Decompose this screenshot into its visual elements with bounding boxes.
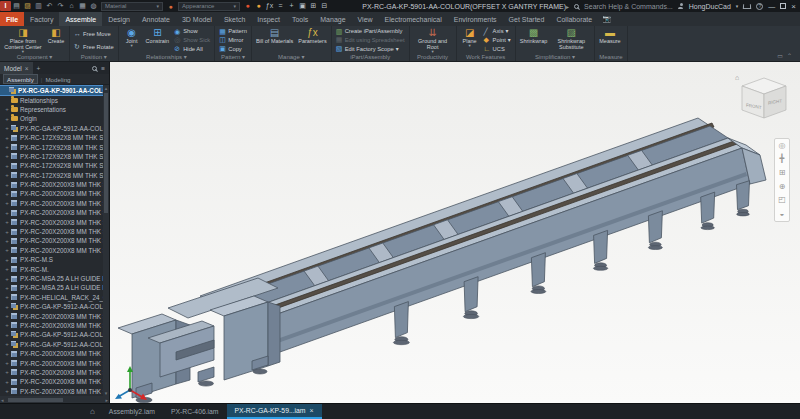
- print-icon[interactable]: ▦: [77, 1, 88, 11]
- tree-node[interactable]: +Origin: [0, 114, 103, 123]
- tree-node[interactable]: +PX-RC-MSA 25 A LH GUIDE FOR G: [0, 283, 103, 292]
- screen-icon[interactable]: ⊟: [319, 1, 330, 11]
- tree-node[interactable]: +PX-RC-GA-KP-5912-AA-COLOURE: [0, 124, 103, 133]
- scroll-right-icon[interactable]: ▸: [104, 397, 109, 403]
- layers-icon[interactable]: ▣: [297, 1, 308, 11]
- tree-node[interactable]: +PX-RC-200X200X8 MM THK SQ PIP: [0, 227, 103, 236]
- tree-hscroll-thumb[interactable]: [8, 398, 63, 402]
- ribbon-tab-design[interactable]: Design: [102, 12, 136, 26]
- ribbon-group-label[interactable]: iPart/Assembly: [333, 53, 408, 61]
- user-name[interactable]: HongDucCad: [689, 3, 731, 10]
- view-cube[interactable]: ⌂ FRONT RIGHT: [732, 70, 794, 132]
- create-button[interactable]: ◧Create: [45, 27, 67, 53]
- point-button[interactable]: ◆Point▾: [484, 36, 511, 45]
- tree-vertical-scrollbar[interactable]: ▴ ▾: [103, 85, 109, 396]
- tree-node[interactable]: +PX-RC-GA-KP-5912-AA-COLOURE: [0, 330, 103, 339]
- browser-menu-icon[interactable]: ≡: [101, 65, 105, 72]
- store-cart-icon[interactable]: [743, 4, 751, 9]
- ribbon-tab-sketch[interactable]: Sketch: [218, 12, 251, 26]
- ribbon-tab-manage[interactable]: Manage: [314, 12, 351, 26]
- shrinkwrap-button[interactable]: ▩Shrinkwrap: [518, 27, 550, 53]
- home-icon[interactable]: ⌂: [66, 1, 77, 11]
- ribbon-panel-icon[interactable]: ▭: [777, 52, 783, 59]
- ribbon-group-label[interactable]: Measure: [596, 53, 625, 61]
- tree-node[interactable]: +PX-RC-MSA 25 A LH GUIDE FOR G: [0, 274, 103, 283]
- tree-node[interactable]: +PX-RC-172X92X8 MM THK SQ PIPE: [0, 142, 103, 151]
- tree-node[interactable]: +PX-RC-172X92X8 MM THK SQ PIPE: [0, 161, 103, 170]
- tree-node[interactable]: +PX-RC-GA-KP-5912-AA-COLOURE: [0, 340, 103, 349]
- ucs-button[interactable]: ∟UCS: [484, 44, 511, 53]
- help-button[interactable]: ?: [756, 3, 763, 10]
- tree-node[interactable]: +PX-RC-M.: [0, 264, 103, 273]
- look-at-icon[interactable]: ◰: [778, 196, 786, 204]
- zoom-icon[interactable]: ⊞: [779, 169, 786, 177]
- ribbon-group-label[interactable]: Work Features: [458, 53, 514, 61]
- tree-node[interactable]: +PX-RC-200X200X8 MM THK SQ PIP: [0, 387, 103, 396]
- edit-factory-scope-button[interactable]: ▧Edit Factory Scope▾: [336, 44, 405, 53]
- close-button[interactable]: ×: [791, 2, 796, 11]
- full-navigation-wheel-icon[interactable]: ◎: [779, 142, 786, 150]
- material-dropdown[interactable]: Material ▾: [101, 2, 163, 11]
- shrinkwrap-substitute-button[interactable]: ▨Shrinkwrap Substitute: [550, 27, 592, 53]
- ribbon-tab-electromechanical[interactable]: Electromechanical: [379, 12, 448, 26]
- ribbon-group-label[interactable]: Manage ▾: [253, 53, 330, 61]
- tree-scroll-thumb[interactable]: [104, 93, 108, 213]
- joint-button[interactable]: ◉Joint▾: [121, 27, 143, 53]
- tree-node[interactable]: +PX-RC-HELICAL_RACK_24_GLORL: [0, 293, 103, 302]
- model-3d-viewport[interactable]: ⌂ FRONT RIGHT ◎╋⊞⊕◰◒: [110, 62, 800, 403]
- tree-node[interactable]: +PX-RC-200X200X8 MM THK SQ PIP: [0, 236, 103, 245]
- subtab-assembly[interactable]: Assembly: [3, 74, 38, 84]
- ribbon-group-label[interactable]: Simplification ▾: [517, 53, 594, 61]
- appearance-red-icon[interactable]: ●: [242, 1, 253, 11]
- place-from-content-center-button[interactable]: ◨Place from Content Center▾: [2, 27, 44, 53]
- axis-button[interactable]: ╱Axis▾: [484, 27, 511, 36]
- browser-search-icon[interactable]: [92, 66, 97, 71]
- restore-button[interactable]: [780, 3, 786, 9]
- appearance-dropdown[interactable]: Appearance ▾: [178, 2, 240, 11]
- equals-icon[interactable]: =: [275, 1, 286, 11]
- ribbon-tab-screencast-icon[interactable]: 📷: [598, 12, 615, 26]
- color-wheel-icon[interactable]: ●: [165, 1, 176, 11]
- bill-of-materials-button[interactable]: ▤Bill of Materials: [254, 27, 295, 53]
- ribbon-tab-annotate[interactable]: Annotate: [136, 12, 176, 26]
- app-logo-icon[interactable]: I: [0, 1, 11, 11]
- redo-icon[interactable]: ↷: [55, 1, 66, 11]
- tree-node[interactable]: +PX-RC-200X200X8 MM THK SQ PIP: [0, 368, 103, 377]
- tree-node[interactable]: +Representations: [0, 105, 103, 114]
- tree-node[interactable]: +PX-RC-200X200X8 MM THK SQ PIP: [0, 208, 103, 217]
- open-folder-icon[interactable]: ▨: [22, 1, 33, 11]
- constrain-button[interactable]: ⊞Constrain: [144, 27, 172, 53]
- ribbon-tab-tools[interactable]: Tools: [286, 12, 314, 26]
- tree-node[interactable]: +PX-RC-200X200X8 MM THK SQ PIP: [0, 358, 103, 367]
- free-rotate-button[interactable]: ↻Free Rotate: [74, 42, 114, 51]
- tree-node[interactable]: +PX-RC-M.S: [0, 255, 103, 264]
- parameters-fx-icon[interactable]: ƒx: [264, 1, 275, 11]
- tree-node[interactable]: +PX-RC-200X200X8 MM THK SQ PIP: [0, 246, 103, 255]
- ribbon-tab-factory[interactable]: Factory: [24, 12, 59, 26]
- ribbon-collapse-icon[interactable]: ⌃: [787, 52, 792, 59]
- orbit-icon[interactable]: ⊕: [779, 183, 786, 191]
- gear-icon[interactable]: ◍: [88, 1, 99, 11]
- walk-icon[interactable]: ◒: [780, 210, 785, 218]
- hide-all-button[interactable]: ⊘Hide All: [174, 44, 210, 53]
- tree-node[interactable]: +PX-RC-200X200X8 MM THK SQ PIP: [0, 199, 103, 208]
- appearance-gold-icon[interactable]: ●: [253, 1, 264, 11]
- save-icon[interactable]: ▥: [33, 1, 44, 11]
- show-button[interactable]: ◉Show: [174, 27, 210, 36]
- ribbon-group-label[interactable]: Position ▾: [71, 53, 117, 61]
- tree-node[interactable]: +PX-RC-GA-KP-5912-AA-COLOURE: [0, 302, 103, 311]
- add-browser-tab-button[interactable]: +: [33, 65, 45, 72]
- ribbon-group-label[interactable]: Pattern ▾: [216, 53, 250, 61]
- ribbon-tab-environments[interactable]: Environments: [448, 12, 503, 26]
- ribbon-tab-assemble[interactable]: Assemble: [59, 12, 102, 26]
- ribbon-group-label[interactable]: Relationships ▾: [120, 53, 214, 61]
- browser-tab-model[interactable]: Model ×: [0, 62, 33, 74]
- minimize-button[interactable]: —: [768, 3, 775, 10]
- tree-horizontal-scrollbar[interactable]: ◂ ▸: [0, 396, 109, 403]
- gantry-frame-model[interactable]: [110, 62, 800, 403]
- subtab-modeling[interactable]: Modeling: [45, 76, 70, 83]
- free-move-button[interactable]: ↔Free Move: [74, 29, 114, 38]
- tree-node[interactable]: +PX-RC-172X92X8 MM THK SQ PIPE: [0, 133, 103, 142]
- tree-node[interactable]: +PX-RC-200X200X8 MM THK SQ PIP: [0, 180, 103, 189]
- ribbon-tab-file[interactable]: File: [0, 12, 24, 26]
